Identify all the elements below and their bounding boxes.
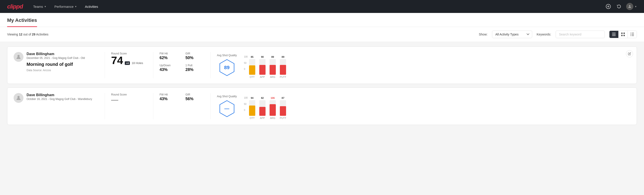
divider <box>210 52 211 78</box>
nav-activities[interactable]: Activities <box>82 3 101 10</box>
avg-shot-label: Avg Shot Quality <box>217 95 237 98</box>
activity-title: Morning round of golf <box>26 62 98 67</box>
view-toggle-group <box>609 30 637 38</box>
bar-putt: 89 PUTT <box>280 56 286 78</box>
view-list-compact-button[interactable] <box>610 31 618 38</box>
search-input[interactable] <box>556 30 605 38</box>
svg-rect-11 <box>630 33 631 33</box>
chevron-down-icon: ▼ <box>75 5 77 8</box>
gir-stat: GIR 56% <box>186 93 204 101</box>
svg-rect-4 <box>612 33 616 33</box>
svg-rect-5 <box>612 34 616 34</box>
hexagon-score: — <box>218 100 236 118</box>
activity-type-select[interactable]: All Activity Types <box>492 30 532 38</box>
chevron-down-icon: ▼ <box>44 5 46 8</box>
nav-actions: ▼ <box>605 3 637 10</box>
keywords-label: Keywords: <box>537 32 551 36</box>
navbar: clippd Teams ▼ Performance ▼ Activities <box>0 0 644 13</box>
bar-ott: 94 OTT <box>249 96 255 119</box>
avatar <box>626 3 633 10</box>
page-title: My Activities <box>7 13 37 27</box>
svg-rect-15 <box>630 36 631 36</box>
divider <box>153 93 153 119</box>
nav-teams[interactable]: Teams ▼ <box>30 3 50 10</box>
one-putt-stat: 1 Putt 28% <box>186 64 204 72</box>
activity-card: Dave Billingham October 16, 2021 - Gog M… <box>7 88 637 125</box>
page-header: My Activities <box>0 13 644 27</box>
bar-arg: 89 ARG <box>270 56 276 78</box>
avg-shot-section: Avg Shot Quality — 100 50 0 <box>217 93 630 119</box>
user-name: Dave Billingham <box>26 52 98 56</box>
svg-rect-9 <box>621 35 622 36</box>
activity-card: Dave Billingham December 05, 2021 - Gog … <box>7 46 637 84</box>
view-list-expanded-button[interactable] <box>628 31 637 38</box>
user-menu[interactable]: ▼ <box>626 3 637 10</box>
data-source: Data Source: Arccos <box>26 69 98 72</box>
svg-rect-13 <box>630 34 631 34</box>
svg-point-19 <box>18 96 20 98</box>
activities-list: Dave Billingham December 05, 2021 - Gog … <box>0 42 644 130</box>
refresh-icon[interactable] <box>616 3 622 10</box>
viewing-count-text: Viewing 12 out of 29 Activities <box>7 32 474 36</box>
round-score-value: 74 <box>111 55 123 66</box>
toolbar: Viewing 12 out of 29 Activities Show: Al… <box>0 27 644 42</box>
divider <box>210 93 211 119</box>
gir-stat: GIR 50% <box>186 52 204 60</box>
avatar <box>14 93 24 103</box>
svg-rect-14 <box>632 34 634 34</box>
nav-links: Teams ▼ Performance ▼ Activities <box>30 3 598 10</box>
chevron-down-icon: ▼ <box>635 5 637 8</box>
avatar <box>14 52 24 62</box>
bar-app: 90 APP <box>259 56 266 78</box>
fw-hit-stat: FW Hit 62% <box>160 52 178 60</box>
divider <box>105 52 105 78</box>
nav-performance[interactable]: Performance ▼ <box>51 3 80 10</box>
activity-date: October 16, 2021 - Gog Magog Golf Club -… <box>26 98 98 100</box>
svg-rect-6 <box>612 36 616 36</box>
svg-rect-12 <box>632 33 634 33</box>
holes-value: 18 Holes <box>132 61 143 65</box>
total-bold: 29 <box>32 32 36 36</box>
stats-grid: FW Hit 62% GIR 50% Up/Down 43% 1 Putt 28… <box>160 52 204 72</box>
round-score-section: Round Score — <box>111 93 147 103</box>
updown-stat: Up/Down 43% <box>160 64 178 72</box>
bar-ott: 85 OTT <box>249 56 255 78</box>
logo[interactable]: clippd <box>7 3 23 10</box>
bar-putt: 87 PUTT <box>280 96 286 119</box>
score-badge: +4 <box>125 61 130 65</box>
show-label: Show: <box>479 32 488 36</box>
hexagon-score: 89 <box>218 59 236 76</box>
bar-app: 82 APP <box>259 96 266 119</box>
svg-rect-8 <box>624 32 625 34</box>
svg-rect-7 <box>621 32 622 34</box>
divider <box>105 93 105 119</box>
fw-hit-stat: FW Hit 43% <box>160 93 178 101</box>
edit-button[interactable] <box>626 50 633 57</box>
add-icon[interactable] <box>605 3 612 10</box>
stats-grid: FW Hit 43% GIR 56% <box>160 93 204 101</box>
bar-arg: 106 ARG <box>270 96 276 119</box>
card-left: Dave Billingham December 05, 2021 - Gog … <box>14 52 98 72</box>
round-score-section: Round Score 74 +4 18 Holes <box>111 52 147 66</box>
avg-shot-label: Avg Shot Quality <box>217 54 237 57</box>
avg-shot-section: Avg Shot Quality 89 100 50 <box>217 52 630 78</box>
count-bold: 12 <box>19 32 22 36</box>
user-name: Dave Billingham <box>26 93 98 97</box>
svg-rect-10 <box>624 35 625 36</box>
round-score-value: — <box>111 96 118 103</box>
svg-rect-16 <box>632 36 634 36</box>
card-left: Dave Billingham October 16, 2021 - Gog M… <box>14 93 98 103</box>
bar-chart: 100 50 0 85 OTT <box>244 52 286 78</box>
svg-point-3 <box>629 5 630 6</box>
divider <box>153 52 153 78</box>
view-grid-button[interactable] <box>618 31 628 38</box>
bar-chart: 100 50 0 94 OTT <box>244 93 286 119</box>
activity-date: December 05, 2021 - Gog Magog Golf Club … <box>26 56 98 60</box>
svg-point-17 <box>18 55 20 57</box>
